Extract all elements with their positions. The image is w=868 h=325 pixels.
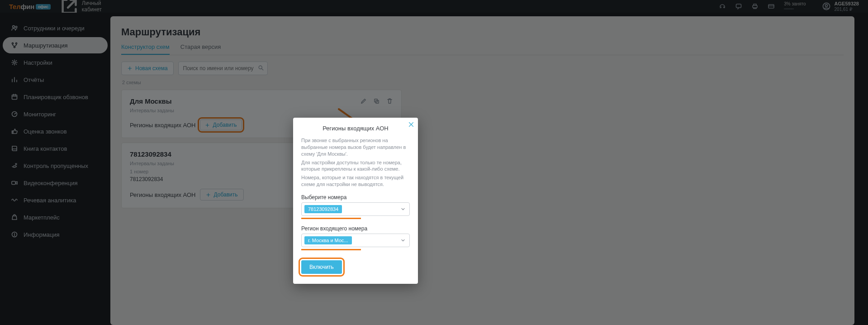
modal-backdrop[interactable] <box>0 0 868 325</box>
region-label: Регион входящего номера <box>301 225 410 232</box>
modal-title: Регионы входящих АОН <box>301 125 410 132</box>
close-icon <box>408 121 414 128</box>
region-select[interactable]: г. Москва и Мос... <box>301 234 410 247</box>
modal-desc-1: При звонке с выбранных регионов на выбра… <box>301 137 410 158</box>
numbers-label: Выберите номера <box>301 194 410 201</box>
modal-desc-2: Для настройки доступны только те номера,… <box>301 159 410 173</box>
annotation-underline <box>301 218 361 219</box>
region-chip[interactable]: г. Москва и Мос... <box>304 236 352 244</box>
numbers-select[interactable]: 78123092834 <box>301 202 410 216</box>
chevron-down-icon <box>400 206 406 212</box>
enable-button[interactable]: Включить <box>301 260 342 274</box>
modal-desc-3: Номера, которые и так находятся в текуще… <box>301 174 410 188</box>
chevron-down-icon <box>400 238 406 243</box>
number-chip[interactable]: 78123092834 <box>304 205 342 213</box>
modal-close-button[interactable] <box>408 121 414 129</box>
annotation-underline <box>301 249 361 250</box>
regions-modal: Регионы входящих АОН При звонке с выбран… <box>293 118 418 284</box>
